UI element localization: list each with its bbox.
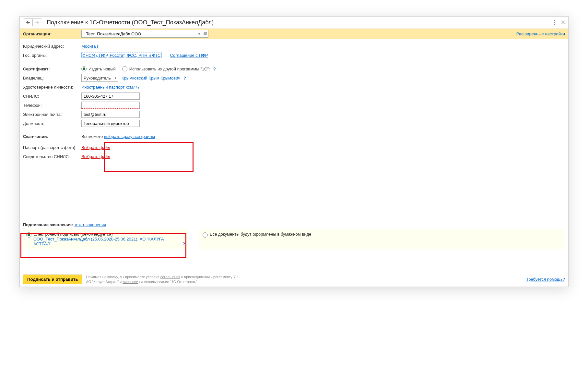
esignature-option[interactable]: Электронной подписью (рекомендуется) ООО…: [23, 229, 188, 249]
esignature-cert-link[interactable]: ООО_Тест_ПоказАнкелДабл (25.06.2020-25.0…: [33, 237, 164, 246]
help-icon[interactable]: ?: [182, 241, 185, 246]
help-icon[interactable]: ?: [213, 67, 216, 71]
main-window: Подключение к 1С-Отчетности (ООО_Тест_По…: [19, 16, 569, 287]
svg-point-2: [554, 24, 555, 25]
kebab-icon[interactable]: [554, 20, 555, 25]
svg-rect-3: [204, 33, 206, 35]
paper-label: Все документы будут оформлены в бумажном…: [210, 232, 311, 237]
address-label: Юридический адрес:: [23, 44, 81, 49]
address-link[interactable]: Москва г: [81, 44, 99, 49]
dropdown-icon[interactable]: ▾: [196, 30, 202, 37]
nav-forward-button[interactable]: [33, 19, 42, 26]
snils-select-file-link[interactable]: Выбрать файл: [81, 154, 110, 159]
snils-scan-label: Свидетельство СНИЛС:: [23, 154, 81, 159]
paper-option[interactable]: Все документы будут оформлены в бумажном…: [199, 229, 565, 249]
disclaimer-text: Нажимая на кнопку, вы принимаете условия…: [86, 275, 239, 284]
phone-input[interactable]: [81, 102, 140, 109]
owner-value: Руководитель: [82, 74, 113, 81]
gov-label: Гос. органы:: [23, 53, 81, 58]
need-help-link[interactable]: Требуется помощь?: [526, 277, 565, 282]
sign-and-send-button[interactable]: Подписать и отправить: [23, 275, 82, 284]
esignature-label: Электронной подписью (рекомендуется): [33, 232, 179, 237]
page-title: Подключение к 1С-Отчетности (ООО_Тест_По…: [47, 19, 554, 26]
footer-bar: Подписать и отправить Нажимая на кнопку,…: [20, 272, 568, 287]
cert-label: Сертификат:: [23, 67, 81, 71]
cert-existing-radio[interactable]: [122, 66, 127, 71]
esignature-radio[interactable]: [26, 232, 31, 238]
scans-label: Скан-копии:: [23, 134, 81, 139]
passport-scan-label: Паспорт (разворот с фото):: [23, 145, 81, 150]
cert-new-label: Издать новый: [88, 67, 116, 71]
svg-point-1: [554, 22, 555, 23]
identity-label: Удостоверение личности:: [23, 85, 81, 90]
select-all-files-link[interactable]: выбрать сразу все файлы: [104, 134, 155, 139]
advanced-settings-link[interactable]: Расширенные настройки: [516, 31, 565, 36]
phone-label: Телефон:: [23, 103, 81, 108]
gov-list-link[interactable]: ФНС(4), ПФР, Росстат, ФСС, РПН и ФТС: [81, 53, 162, 58]
title-bar: Подключение к 1С-Отчетности (ООО_Тест_По…: [20, 17, 568, 29]
close-icon[interactable]: [561, 20, 565, 24]
passport-select-file-link[interactable]: Выбрать файл: [81, 145, 110, 150]
chevron-down-icon: ▾: [113, 74, 118, 81]
snils-label: СНИЛС:: [23, 94, 81, 99]
cert-existing-label: Использовать из другой программы "1С":: [129, 67, 210, 71]
nav-back-button[interactable]: [23, 19, 33, 26]
owner-name-link[interactable]: Крымковский Крым Крымович: [122, 76, 180, 80]
org-input[interactable]: [82, 30, 196, 37]
email-input[interactable]: [81, 111, 140, 118]
application-text-link[interactable]: текст заявления: [74, 222, 106, 227]
org-combo[interactable]: ▾: [81, 30, 208, 38]
owner-label: Владелец:: [23, 76, 81, 80]
position-label: Должность:: [23, 121, 81, 126]
pfr-agreement-link[interactable]: Соглашение с ПФР: [170, 53, 208, 58]
position-input[interactable]: [81, 120, 140, 127]
scans-hint-prefix: Вы можете: [81, 134, 104, 139]
cert-new-radio[interactable]: [81, 66, 87, 71]
form-body: Юридический адрес: Москва г Гос. органы:…: [20, 39, 568, 272]
email-label: Электронная почта:: [23, 112, 81, 117]
snils-input[interactable]: [81, 92, 140, 100]
help-icon[interactable]: ?: [183, 76, 186, 80]
signing-label: Подписание заявления:: [23, 222, 73, 227]
nav-group: [23, 18, 42, 26]
org-bar: Организация: ▾ Расширенные настройки: [20, 29, 568, 39]
open-icon[interactable]: [202, 30, 208, 37]
paper-radio[interactable]: [203, 232, 208, 238]
identity-link[interactable]: Иностранный паспорт хсм777: [81, 85, 140, 90]
license-link[interactable]: лицензии: [123, 280, 138, 284]
svg-point-0: [554, 20, 555, 21]
agreement-link[interactable]: соглашения: [160, 275, 180, 279]
svg-rect-4: [205, 32, 206, 34]
owner-dropdown[interactable]: Руководитель ▾: [81, 74, 118, 82]
org-label: Организация:: [23, 31, 81, 36]
